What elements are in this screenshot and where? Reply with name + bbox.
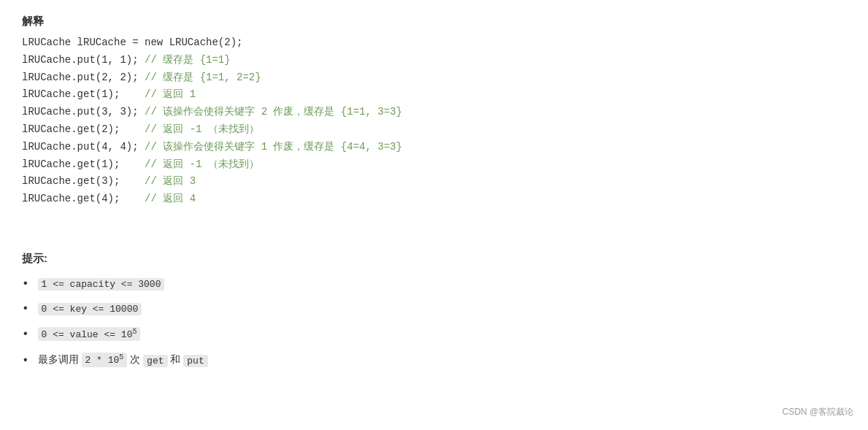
code-text-8: lRUCache.get(1); bbox=[22, 156, 145, 174]
hint-text-4: 最多调用 2 * 105 次 get 和 put bbox=[38, 353, 208, 366]
code-text-7: lRUCache.put(4, 4); bbox=[22, 139, 145, 156]
bullet-4: • bbox=[22, 354, 29, 367]
code-text-9: lRUCache.get(3); bbox=[22, 173, 145, 191]
hint-badge-4c: put bbox=[183, 355, 207, 367]
hint-badge-4b: get bbox=[143, 355, 167, 367]
hint-item-1: • 1 <= capacity <= 3000 bbox=[22, 277, 846, 291]
code-line-8: lRUCache.get(1); // 返回 -1 （未找到） bbox=[22, 156, 846, 174]
bullet-3: • bbox=[22, 328, 29, 341]
code-text-1: LRUCache lRUCache = new LRUCache(2); bbox=[22, 34, 242, 52]
code-comment-3: // 缓存是 {1=1, 2=2} bbox=[145, 69, 261, 87]
code-text-3: lRUCache.put(2, 2); bbox=[22, 69, 145, 87]
code-comment-10: // 返回 4 bbox=[145, 191, 196, 208]
code-line-6: lRUCache.get(2); // 返回 -1 （未找到） bbox=[22, 121, 846, 139]
code-text-4: lRUCache.get(1); bbox=[22, 86, 145, 104]
code-text-10: lRUCache.get(4); bbox=[22, 191, 145, 208]
code-text-6: lRUCache.get(2); bbox=[22, 121, 145, 139]
code-line-2: lRUCache.put(1, 1); // 缓存是 {1=1} bbox=[22, 52, 846, 69]
code-line-7: lRUCache.put(4, 4); // 该操作会使得关键字 1 作废，缓存… bbox=[22, 139, 846, 156]
hint-badge-1: 1 <= capacity <= 3000 bbox=[38, 278, 165, 291]
code-comment-2: // 缓存是 {1=1} bbox=[145, 52, 231, 69]
hint-badge-4a: 2 * 105 bbox=[82, 353, 128, 366]
code-line-1: LRUCache lRUCache = new LRUCache(2); bbox=[22, 34, 846, 52]
code-line-5: lRUCache.put(3, 3); // 该操作会使得关键字 2 作废，缓存… bbox=[22, 104, 846, 121]
explanation-title: 解释 bbox=[22, 15, 846, 28]
code-line-10: lRUCache.get(4); // 返回 4 bbox=[22, 191, 846, 208]
code-comment-5: // 该操作会使得关键字 2 作废，缓存是 {1=1, 3=3} bbox=[145, 104, 402, 121]
code-comment-4: // 返回 1 bbox=[145, 86, 196, 104]
bullet-1: • bbox=[22, 277, 29, 291]
code-text-5: lRUCache.put(3, 3); bbox=[22, 104, 145, 121]
section-divider bbox=[22, 230, 846, 245]
hint-item-2: • 0 <= key <= 10000 bbox=[22, 302, 846, 315]
code-block: LRUCache lRUCache = new LRUCache(2); lRU… bbox=[22, 34, 846, 208]
watermark: CSDN @客院裁论 bbox=[782, 406, 853, 418]
hints-section: 提示: • 1 <= capacity <= 3000 • 0 <= key <… bbox=[22, 252, 846, 367]
bullet-2: • bbox=[22, 302, 29, 315]
code-line-3: lRUCache.put(2, 2); // 缓存是 {1=1, 2=2} bbox=[22, 69, 846, 87]
code-line-4: lRUCache.get(1); // 返回 1 bbox=[22, 86, 846, 104]
code-text-2: lRUCache.put(1, 1); bbox=[22, 52, 145, 69]
code-comment-7: // 该操作会使得关键字 1 作废，缓存是 {4=4, 3=3} bbox=[145, 139, 402, 156]
code-comment-8: // 返回 -1 （未找到） bbox=[145, 156, 259, 174]
hint-badge-2: 0 <= key <= 10000 bbox=[38, 303, 142, 315]
code-comment-9: // 返回 3 bbox=[145, 173, 196, 191]
hint-badge-3: 0 <= value <= 105 bbox=[38, 327, 141, 341]
code-comment-6: // 返回 -1 （未找到） bbox=[145, 121, 259, 139]
hint-item-3: • 0 <= value <= 105 bbox=[22, 327, 846, 341]
code-line-9: lRUCache.get(3); // 返回 3 bbox=[22, 173, 846, 191]
hint-item-4: • 最多调用 2 * 105 次 get 和 put bbox=[22, 353, 846, 366]
hints-title: 提示: bbox=[22, 252, 846, 266]
explanation-section: 解释 LRUCache lRUCache = new LRUCache(2); … bbox=[22, 15, 846, 208]
